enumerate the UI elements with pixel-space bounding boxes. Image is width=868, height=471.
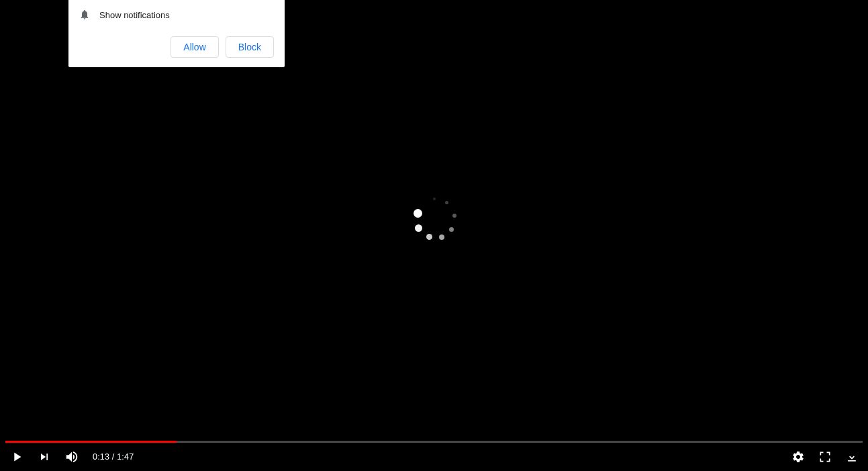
notification-header-row: Show notifications: [79, 9, 274, 20]
bell-icon: [79, 9, 90, 20]
block-button[interactable]: Block: [226, 36, 274, 58]
notification-text: Show notifications: [99, 10, 170, 20]
allow-button[interactable]: Allow: [171, 36, 218, 58]
volume-button[interactable]: [64, 449, 79, 464]
video-player-viewport: Show notifications Allow Block: [0, 0, 868, 471]
download-button[interactable]: [845, 450, 859, 464]
controls-left-group: 0:13 / 1:47: [9, 449, 134, 464]
time-separator: /: [109, 452, 117, 462]
next-button[interactable]: [38, 450, 51, 464]
loading-spinner: [412, 198, 456, 242]
settings-button[interactable]: [791, 450, 805, 464]
time-display: 0:13 / 1:47: [93, 452, 134, 462]
current-time: 0:13: [93, 452, 109, 462]
play-button[interactable]: [9, 449, 24, 464]
controls-right-group: [791, 450, 859, 464]
notification-permission-popup: Show notifications Allow Block: [68, 0, 285, 67]
fullscreen-button[interactable]: [818, 450, 832, 464]
duration: 1:47: [117, 452, 134, 462]
notification-buttons: Allow Block: [79, 36, 274, 58]
video-controls-bar: 0:13 / 1:47: [0, 443, 868, 471]
